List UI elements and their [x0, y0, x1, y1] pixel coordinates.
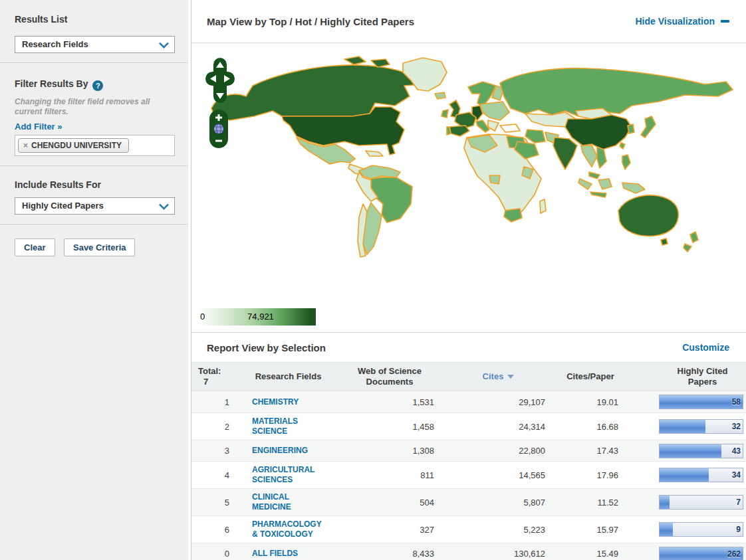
map-region-greenland — [403, 58, 447, 91]
main-panel: Map View by Top / Hot / Highly Cited Pap… — [191, 0, 746, 560]
map-region-cuba — [366, 151, 383, 156]
map-legend: 0 74,921 — [197, 308, 316, 326]
row-rank: 6 — [191, 525, 240, 535]
filters-sidebar: Results List Research Fields Filter Resu… — [0, 0, 188, 560]
map-region-russia — [500, 68, 733, 116]
research-field-link[interactable]: ENGINEERING — [240, 442, 336, 459]
table-header-row: Total: 7 Research Fields Web of Science … — [191, 362, 746, 391]
filter-tag-label: CHENGDU UNIVERSITY — [31, 141, 122, 150]
row-cites-per-paper: 19.01 — [554, 397, 627, 407]
world-map-area[interactable]: 0 74,921 — [191, 43, 746, 332]
row-highly-cited-cell: 32 — [627, 419, 746, 434]
map-region-tasmania — [661, 238, 668, 245]
column-header-highly-cited-papers[interactable]: Highly Cited Papers — [627, 363, 746, 391]
map-region-iceland — [435, 92, 445, 99]
help-icon[interactable]: ? — [92, 80, 103, 91]
highly-cited-bar: 34 — [659, 468, 743, 482]
sort-desc-icon — [507, 375, 514, 379]
table-row: 2 MATERIALS SCIENCE 1,458 24,314 16.68 3… — [191, 413, 746, 440]
map-region-arctic-islands — [344, 56, 366, 64]
map-region-south-korea — [628, 124, 634, 134]
highly-cited-bar: 9 — [659, 522, 743, 537]
row-rank: 0 — [191, 549, 240, 559]
table-row: 6 PHARMACOLOGY & TOXICOLOGY 327 5,223 15… — [191, 515, 746, 543]
map-region-south-america-north — [359, 165, 400, 179]
report-rows: 1 CHEMISTRY 1,531 29,107 19.01 58 2 MATE… — [191, 391, 746, 560]
filter-heading: Filter Results By? — [15, 63, 175, 91]
remove-filter-icon[interactable]: × — [23, 141, 28, 150]
row-highly-cited-cell: 34 — [627, 468, 746, 482]
highly-cited-bar: 32 — [659, 419, 743, 434]
map-region-new-zealand — [684, 244, 691, 252]
table-row: 3 ENGINEERING 1,308 22,800 17.43 43 — [191, 440, 746, 461]
row-wos-documents: 504 — [336, 498, 443, 508]
report-view-title: Report View by Selection — [207, 342, 682, 353]
include-results-selected: Highly Cited Papers — [22, 201, 104, 211]
legend-max-value: 74,921 — [247, 312, 274, 322]
chevron-down-icon — [159, 39, 170, 49]
highly-cited-bar: 262 — [659, 547, 743, 560]
map-region-borneo — [598, 179, 612, 189]
row-cites: 130,612 — [443, 549, 554, 559]
map-region-south-africa — [504, 209, 522, 222]
column-header-cites[interactable]: Cites — [443, 368, 554, 385]
highly-cited-bar: 7 — [659, 495, 743, 510]
map-region-sumatra — [578, 179, 592, 189]
highly-cited-value: 7 — [660, 496, 743, 509]
hide-visualization-link[interactable]: Hide Visualization — [635, 16, 729, 27]
column-header-research-fields[interactable]: Research Fields — [240, 368, 336, 385]
include-results-dropdown[interactable]: Highly Cited Papers — [15, 197, 175, 215]
save-criteria-button[interactable]: Save Criteria — [64, 238, 136, 256]
report-view-header: Report View by Selection Customize — [191, 332, 746, 362]
chevron-down-icon — [159, 200, 170, 211]
row-cites: 22,800 — [443, 446, 554, 456]
row-cites-per-paper: 17.43 — [554, 446, 627, 456]
column-header-wos-documents[interactable]: Web of Science Documents — [336, 363, 443, 391]
row-highly-cited-cell: 9 — [627, 522, 746, 537]
filter-tag[interactable]: ×CHENGDU UNIVERSITY — [18, 138, 129, 153]
map-region-iran — [525, 130, 545, 143]
research-field-link[interactable]: ALL FIELDS — [240, 545, 336, 560]
map-region-ireland — [441, 110, 448, 118]
include-results-heading: Include Results For — [15, 166, 175, 190]
add-filter-link[interactable]: Add Filter » — [15, 122, 62, 132]
clear-button[interactable]: Clear — [15, 238, 55, 256]
row-rank: 4 — [191, 470, 240, 480]
research-field-link[interactable]: CLINICAL MEDICINE — [240, 489, 336, 515]
results-list-selected: Research Fields — [22, 39, 88, 49]
research-field-link[interactable]: PHARMACOLOGY & TOXICOLOGY — [240, 516, 336, 543]
highly-cited-value: 58 — [660, 395, 743, 409]
map-zoom-control[interactable] — [209, 110, 228, 148]
filter-section: Filter Results By? Changing the filter f… — [0, 63, 188, 166]
include-results-section: Include Results For Highly Cited Papers — [0, 166, 188, 225]
row-wos-documents: 8,433 — [336, 549, 443, 559]
map-region-italy — [476, 120, 489, 132]
choropleth-world-map[interactable] — [191, 43, 746, 332]
map-region-eastern-europe — [480, 102, 509, 120]
map-pan-control[interactable] — [205, 58, 235, 103]
highly-cited-bar: 43 — [659, 444, 743, 458]
row-wos-documents: 1,308 — [336, 446, 443, 456]
highly-cited-value: 9 — [660, 523, 743, 536]
minus-icon — [721, 20, 729, 23]
row-cites: 5,223 — [443, 525, 554, 535]
research-field-link[interactable]: MATERIALS SCIENCE — [240, 413, 336, 440]
table-row: 5 CLINICAL MEDICINE 504 5,807 11.52 7 — [191, 488, 746, 515]
map-region-new-guinea — [622, 183, 645, 193]
row-highly-cited-cell: 58 — [627, 395, 746, 409]
row-cites: 5,807 — [443, 498, 554, 508]
row-rank: 5 — [191, 498, 240, 508]
research-field-link[interactable]: AGRICULTURAL SCIENCES — [240, 462, 336, 488]
globe-icon — [214, 124, 224, 134]
row-cites-per-paper: 15.97 — [554, 525, 627, 535]
research-field-link[interactable]: CHEMISTRY — [240, 394, 336, 411]
customize-link[interactable]: Customize — [682, 342, 729, 353]
row-rank: 3 — [191, 446, 240, 456]
map-view-header: Map View by Top / Hot / Highly Cited Pap… — [191, 0, 746, 43]
row-cites-per-paper: 15.49 — [554, 549, 627, 559]
column-header-cites-per-paper[interactable]: Cites/Paper — [554, 368, 627, 385]
row-cites: 29,107 — [443, 397, 554, 407]
map-region-turkey — [500, 124, 520, 132]
results-list-dropdown[interactable]: Research Fields — [15, 36, 175, 53]
highly-cited-value: 34 — [660, 468, 743, 482]
